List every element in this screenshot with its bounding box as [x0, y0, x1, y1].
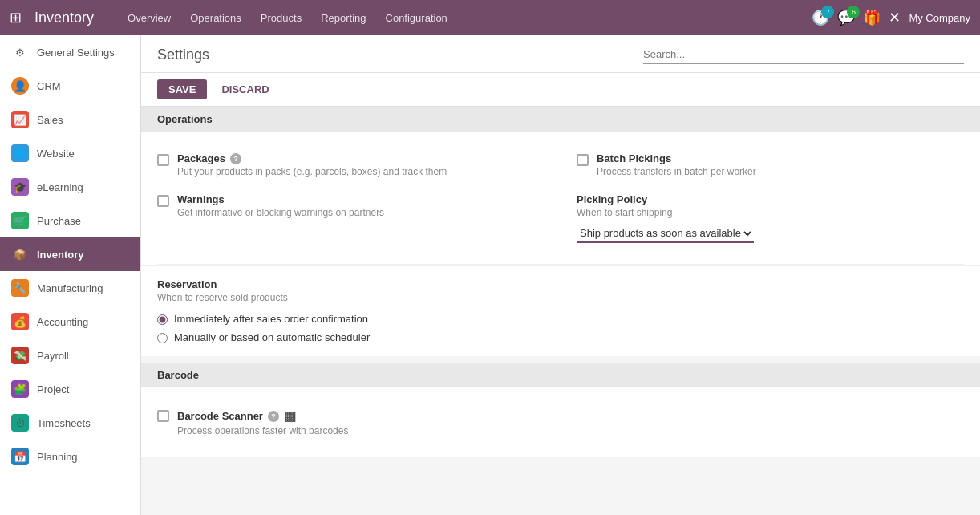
picking-policy-desc: When to start shipping [577, 207, 964, 218]
elearning-icon: 🎓 [11, 178, 29, 196]
nav-links: Overview Operations Products Reporting C… [119, 7, 799, 29]
inventory-icon: 📦 [11, 245, 29, 263]
manufacturing-icon: 🔧 [11, 279, 29, 297]
sidebar-item-manufacturing[interactable]: 🔧 Manufacturing [0, 271, 140, 305]
main-area: Settings SAVE DISCARD Operations Pack [141, 35, 980, 515]
nav-right: 🕐 7 💬 6 🎁 ✕ My Company [812, 9, 970, 26]
sidebar-label-purchase: Purchase [37, 215, 81, 227]
batch-pickings-text: Batch Pickings Process transfers in batc… [597, 152, 964, 177]
sidebar-item-payroll[interactable]: 💸 Payroll [0, 339, 140, 372]
sidebar-label-timesheets: Timesheets [37, 417, 91, 429]
sidebar-item-timesheets[interactable]: ⏱ Timesheets [0, 406, 140, 440]
sidebar-label-sales: Sales [37, 114, 63, 126]
sidebar-label-planning: Planning [37, 451, 78, 463]
reservation-radio-group: Immediately after sales order confirmati… [157, 313, 964, 343]
nav-operations[interactable]: Operations [182, 7, 249, 29]
batch-pickings-checkbox[interactable] [577, 154, 589, 166]
discard-button[interactable]: DISCARD [215, 79, 275, 99]
timesheets-icon: ⏱ [11, 414, 29, 432]
sidebar-item-project[interactable]: 🧩 Project [0, 372, 140, 406]
batch-pickings-desc: Process transfers in batch per worker [597, 166, 964, 177]
sidebar-label-crm: CRM [37, 80, 61, 92]
picking-policy-area: Picking Policy When to start shipping Sh… [561, 185, 964, 251]
barcode-scanner-help-icon[interactable]: ? [268, 411, 279, 422]
toolbar: SAVE DISCARD [141, 73, 980, 107]
reservation-label: Reservation [157, 278, 964, 290]
packages-label: Packages ? [177, 152, 561, 164]
payroll-icon: 💸 [11, 347, 29, 364]
settings-header: Settings [141, 35, 980, 73]
operations-section: Operations Packages ? Put your products … [141, 107, 980, 356]
barcode-scanner-text: Barcode Scanner ? ▦ Process operations f… [177, 408, 561, 436]
sidebar-item-accounting[interactable]: 💰 Accounting [0, 305, 140, 339]
grid-icon[interactable]: ⊞ [10, 9, 22, 26]
reservation-manually[interactable]: Manually or based on automatic scheduler [157, 331, 964, 343]
reservation-immediately-radio[interactable] [157, 314, 168, 325]
close-button[interactable]: ✕ [889, 9, 901, 26]
activity-badge: 7 [821, 6, 834, 18]
packages-checkbox[interactable] [157, 154, 169, 166]
search-input[interactable] [643, 45, 964, 64]
warnings-text: Warnings Get informative or blocking war… [177, 193, 561, 218]
operations-section-header: Operations [141, 107, 980, 132]
sales-icon: 📈 [11, 111, 29, 128]
planning-icon: 📅 [11, 448, 29, 465]
top-nav: ⊞ Inventory Overview Operations Products… [0, 0, 980, 35]
sidebar-item-sales[interactable]: 📈 Sales [0, 103, 140, 136]
warnings-setting: Warnings Get informative or blocking war… [157, 185, 561, 251]
sidebar-item-elearning[interactable]: 🎓 eLearning [0, 170, 140, 204]
project-icon: 🧩 [11, 380, 29, 398]
sidebar-item-planning[interactable]: 📅 Planning [0, 440, 140, 473]
batch-pickings-setting: Batch Pickings Process transfers in batc… [561, 144, 964, 185]
nav-configuration[interactable]: Configuration [378, 7, 456, 29]
sidebar-label-project: Project [37, 383, 69, 395]
barcode-scanner-checkbox[interactable] [157, 410, 169, 422]
reservation-area: Reservation When to reserve sold product… [141, 265, 980, 356]
messages-button[interactable]: 💬 6 [837, 9, 855, 26]
settings-content: Operations Packages ? Put your products … [141, 107, 980, 515]
gift-button[interactable]: 🎁 [863, 9, 881, 26]
reservation-manually-radio[interactable] [157, 333, 168, 343]
activity-button[interactable]: 🕐 7 [812, 9, 829, 26]
packages-setting: Packages ? Put your products in packs (e… [157, 144, 561, 185]
packages-desc: Put your products in packs (e.g. parcels… [177, 166, 561, 177]
sidebar-label-website: Website [37, 148, 75, 160]
page-title: Settings [157, 47, 209, 63]
sidebar-item-inventory[interactable]: 📦 Inventory [0, 237, 140, 271]
sidebar-label-inventory: Inventory [37, 249, 84, 261]
sidebar: ⚙ General Settings 👤 CRM 📈 Sales 🌐 Websi… [0, 35, 141, 515]
website-icon: 🌐 [11, 144, 29, 162]
barcode-scanner-desc: Process operations faster with barcodes [177, 425, 561, 436]
sidebar-item-crm[interactable]: 👤 CRM [0, 69, 140, 103]
barcode-grid: Barcode Scanner ? ▦ Process operations f… [141, 387, 980, 457]
reservation-immediately[interactable]: Immediately after sales order confirmati… [157, 313, 964, 325]
warnings-checkbox[interactable] [157, 195, 169, 207]
sidebar-label-elearning: eLearning [37, 181, 83, 193]
purchase-icon: 🛒 [11, 212, 29, 229]
warnings-label: Warnings [177, 193, 561, 205]
reservation-desc: When to reserve sold products [157, 292, 964, 303]
sidebar-item-general-settings[interactable]: ⚙ General Settings [0, 35, 140, 69]
sidebar-label-general-settings: General Settings [37, 47, 115, 59]
picking-policy-dropdown[interactable]: Ship products as soon as available [577, 225, 754, 243]
sidebar-label-manufacturing: Manufacturing [37, 282, 103, 294]
general-settings-icon: ⚙ [11, 43, 29, 61]
warnings-desc: Get informative or blocking warnings on … [177, 207, 561, 218]
messages-badge: 6 [847, 6, 860, 18]
packages-help-icon[interactable]: ? [230, 153, 241, 164]
nav-reporting[interactable]: Reporting [313, 7, 374, 29]
reservation-immediately-label: Immediately after sales order confirmati… [174, 313, 368, 325]
app-title: Inventory [34, 10, 94, 26]
reservation-manually-label: Manually or based on automatic scheduler [174, 331, 370, 343]
nav-products[interactable]: Products [253, 7, 310, 29]
company-name[interactable]: My Company [909, 12, 970, 24]
barcode-scanner-setting: Barcode Scanner ? ▦ Process operations f… [157, 400, 561, 444]
picking-policy-label: Picking Policy [577, 193, 964, 205]
packages-text: Packages ? Put your products in packs (e… [177, 152, 561, 177]
nav-overview[interactable]: Overview [119, 7, 179, 29]
sidebar-item-purchase[interactable]: 🛒 Purchase [0, 204, 140, 237]
save-button[interactable]: SAVE [157, 79, 207, 99]
barcode-scanner-icon: ▦ [284, 408, 296, 424]
sidebar-item-website[interactable]: 🌐 Website [0, 136, 140, 170]
batch-pickings-label: Batch Pickings [597, 152, 964, 164]
